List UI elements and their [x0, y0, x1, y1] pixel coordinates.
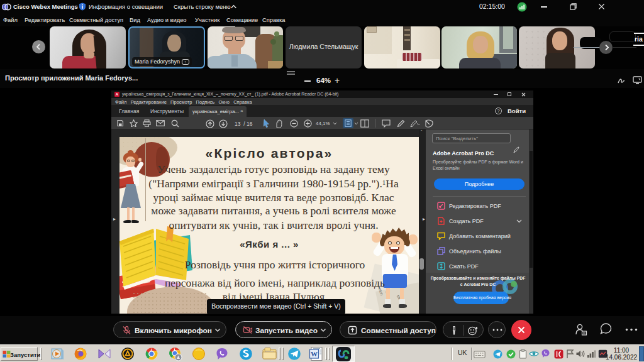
svg-text:W: W — [311, 350, 318, 358]
